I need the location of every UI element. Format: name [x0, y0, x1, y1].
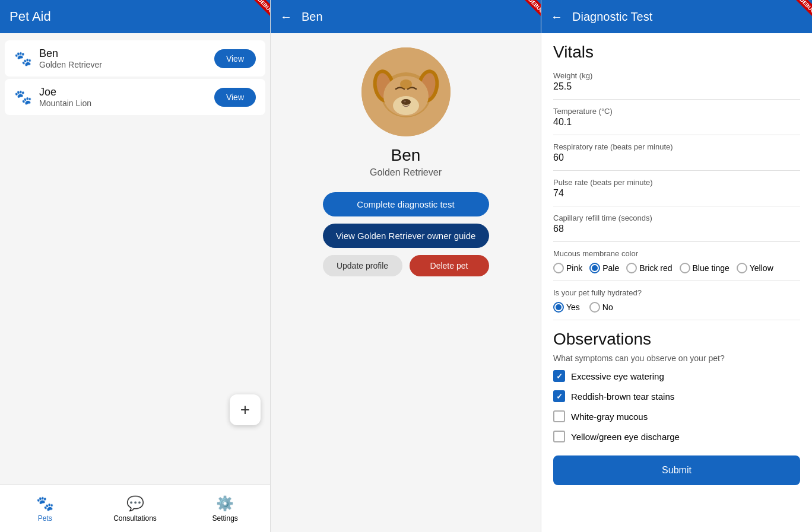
- nav-consultations[interactable]: 💬 Consultations: [90, 485, 180, 532]
- svg-point-10: [400, 79, 412, 89]
- checkbox-box-eye-watering: ✓: [553, 370, 565, 382]
- respiratory-label: Respiratory rate (beats per minute): [553, 142, 800, 151]
- observations-title: Observations: [553, 330, 800, 349]
- mucous-field: Mucous membrane color Pink Pale Brick re…: [553, 249, 800, 281]
- view-joe-button[interactable]: View: [214, 88, 256, 107]
- profile-action-row: Update profile Delete pet: [323, 255, 489, 276]
- temperature-value: 40.1: [553, 117, 800, 128]
- radio-no[interactable]: No: [589, 302, 613, 313]
- header-back-row: ← Ben: [280, 10, 323, 24]
- diagnostic-panel: ← Diagnostic Test DEBUG Vitals Weight (k…: [541, 0, 812, 532]
- radio-dot-yes: [556, 304, 562, 310]
- checkbox-white-gray-mucous[interactable]: White-gray mucous: [553, 410, 800, 422]
- observations-section: Observations What symptoms can you obser…: [553, 330, 800, 495]
- radio-label-yes: Yes: [566, 302, 580, 312]
- radio-blue-tinge[interactable]: Blue tinge: [680, 263, 729, 273]
- panel3-header: ← Diagnostic Test DEBUG: [541, 0, 812, 33]
- radio-dot-pale: [592, 265, 598, 271]
- radio-circle-yellow: [737, 263, 747, 273]
- radio-yellow[interactable]: Yellow: [737, 263, 773, 273]
- debug-ribbon-3: DEBUG: [789, 0, 812, 18]
- submit-button[interactable]: Submit: [553, 455, 800, 485]
- view-ben-button[interactable]: View: [214, 49, 256, 68]
- observations-subtitle: What symptoms can you observe on your pe…: [553, 353, 800, 363]
- settings-nav-icon: ⚙️: [216, 495, 234, 512]
- checkbox-yellow-green-discharge[interactable]: Yellow/green eye discharge: [553, 431, 800, 442]
- fab-container: +: [0, 264, 270, 485]
- nav-settings[interactable]: ⚙️ Settings: [180, 485, 270, 532]
- pet-name-ben: Ben: [39, 47, 207, 60]
- radio-circle-yes: [553, 302, 564, 313]
- pet-detail-name: Ben: [391, 146, 421, 165]
- pets-nav-icon: 🐾: [36, 495, 54, 512]
- radio-label-yellow: Yellow: [750, 263, 773, 273]
- paw-icon-ben: 🐾: [14, 50, 32, 67]
- pet-breed-joe: Mountain Lion: [39, 98, 207, 108]
- respiratory-field: Respiratory rate (beats per minute) 60: [553, 142, 800, 171]
- hydrated-field: Is your pet fully hydrated? Yes No: [553, 288, 800, 320]
- pet-breed-ben: Golden Retriever: [39, 60, 207, 69]
- diagnostic-content: Vitals Weight (kg) 25.5 Temperature (°C)…: [541, 33, 812, 504]
- pet-name-joe: Joe: [39, 86, 207, 98]
- radio-label-pink: Pink: [566, 263, 582, 273]
- temperature-field: Temperature (°C) 40.1: [553, 107, 800, 135]
- dog-avatar-svg: [361, 47, 451, 136]
- pet-item-joe: 🐾 Joe Mountain Lion View: [5, 79, 265, 115]
- respiratory-value: 60: [553, 152, 800, 163]
- pet-item-ben: 🐾 Ben Golden Retriever View: [5, 40, 265, 77]
- paw-icon-joe: 🐾: [14, 89, 32, 106]
- radio-pale[interactable]: Pale: [589, 263, 619, 273]
- capillary-field: Capillary refill time (seconds) 68: [553, 214, 800, 242]
- temperature-label: Temperature (°C): [553, 107, 800, 116]
- hydrated-label: Is your pet fully hydrated?: [553, 288, 800, 297]
- capillary-label: Capillary refill time (seconds): [553, 214, 800, 222]
- panel1-header: Pet Aid DEBUG: [0, 0, 270, 33]
- vitals-section-title: Vitals: [553, 43, 800, 62]
- panel3-header-back: ← Diagnostic Test: [551, 10, 652, 24]
- delete-pet-button[interactable]: Delete pet: [410, 255, 489, 276]
- checkbox-box-yellow-green-discharge: [553, 431, 565, 442]
- radio-pink[interactable]: Pink: [553, 263, 582, 273]
- capillary-value: 68: [553, 224, 800, 234]
- checkbox-box-white-gray-mucous: [553, 410, 565, 422]
- panel2-header: ← Ben DEBUG: [271, 0, 541, 33]
- pet-list: 🐾 Ben Golden Retriever View 🐾 Joe Mounta…: [0, 33, 270, 264]
- checkbox-tear-stains[interactable]: ✓ Reddish-brown tear stains: [553, 390, 800, 402]
- pet-detail-panel: ← Ben DEBUG: [271, 0, 541, 532]
- radio-circle-pink: [553, 263, 564, 273]
- diagnostic-test-button[interactable]: Complete diagnostic test: [323, 192, 489, 216]
- checkbox-eye-watering[interactable]: ✓ Excessive eye watering: [553, 370, 800, 382]
- nav-pets[interactable]: 🐾 Pets: [0, 485, 90, 532]
- debug-ribbon: DEBUG: [248, 0, 270, 18]
- svg-point-7: [393, 96, 419, 115]
- update-profile-button[interactable]: Update profile: [323, 255, 402, 276]
- add-pet-fab[interactable]: +: [230, 394, 261, 425]
- app-title: Pet Aid: [9, 9, 51, 24]
- symptom-label-white-gray-mucous: White-gray mucous: [571, 412, 648, 422]
- pulse-label: Pulse rate (beats per minute): [553, 178, 800, 187]
- pet-info-ben: Ben Golden Retriever: [39, 47, 207, 69]
- radio-label-no: No: [602, 302, 613, 312]
- weight-value: 25.5: [553, 81, 800, 92]
- owner-guide-button[interactable]: View Golden Retriever owner guide: [323, 224, 489, 248]
- bottom-nav: 🐾 Pets 💬 Consultations ⚙️ Settings: [0, 485, 270, 532]
- weight-label: Weight (kg): [553, 71, 800, 80]
- debug-ribbon-2: DEBUG: [518, 0, 541, 18]
- radio-circle-pale: [589, 263, 600, 273]
- checkmark-tear-stains: ✓: [556, 392, 563, 401]
- consultations-nav-icon: 💬: [126, 495, 144, 512]
- radio-circle-blue-tinge: [680, 263, 690, 273]
- pet-avatar: [361, 47, 451, 136]
- checkmark-eye-watering: ✓: [556, 372, 563, 381]
- pet-detail-content: Ben Golden Retriever Complete diagnostic…: [271, 33, 541, 532]
- radio-yes[interactable]: Yes: [553, 302, 580, 313]
- settings-nav-label: Settings: [212, 514, 238, 523]
- pet-detail-breed: Golden Retriever: [370, 167, 442, 178]
- back-arrow-panel3[interactable]: ←: [551, 10, 563, 24]
- back-arrow-panel2[interactable]: ←: [280, 10, 292, 24]
- symptom-label-yellow-green-discharge: Yellow/green eye discharge: [571, 432, 680, 442]
- radio-brick-red[interactable]: Brick red: [626, 263, 672, 273]
- radio-circle-brick-red: [626, 263, 637, 273]
- radio-label-blue-tinge: Blue tinge: [693, 263, 729, 273]
- checkbox-box-tear-stains: ✓: [553, 390, 565, 402]
